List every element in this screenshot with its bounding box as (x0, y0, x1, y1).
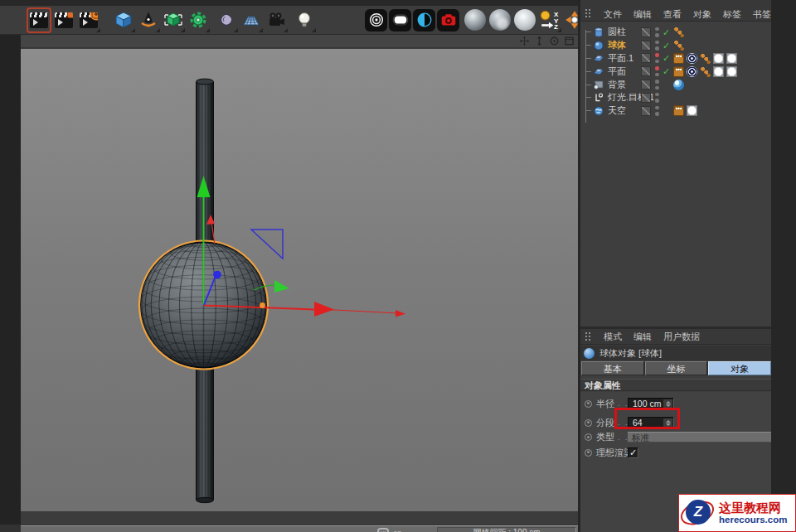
render-settings-icon[interactable] (76, 7, 101, 33)
texture-tag-icon[interactable] (726, 66, 737, 77)
svg-text:Z: Z (554, 23, 558, 31)
attribute-object-title: 球体对象 [球体] (580, 346, 771, 360)
layer-toggle[interactable] (641, 27, 651, 37)
target-light-icon (593, 92, 604, 104)
am-menu-mode[interactable]: 模式 (604, 331, 622, 343)
om-menu-file[interactable]: 文件 (604, 7, 622, 21)
key-circle-icon[interactable] (585, 449, 592, 457)
viewport-canvas[interactable]: UI ·cn 网格间距 : 100 cm (21, 49, 578, 511)
visibility-dots[interactable] (655, 66, 659, 76)
light-icon[interactable] (292, 7, 317, 33)
enable-check[interactable]: ✓ (663, 66, 670, 76)
visibility-dots[interactable] (655, 53, 659, 63)
coordinates-xyz-icon[interactable]: XYZ (537, 7, 562, 33)
sky-texture-tag-icon[interactable] (673, 80, 684, 90)
visibility-dots[interactable] (655, 27, 659, 37)
layer-toggle[interactable] (641, 66, 651, 76)
toggle-view-icon[interactable] (563, 36, 575, 46)
metaball-icon[interactable] (214, 7, 239, 33)
tab-object[interactable]: 对象 (708, 361, 771, 375)
target-tag-icon[interactable] (687, 53, 697, 64)
om-menu-edit[interactable]: 编辑 (633, 7, 652, 21)
axis-knob-orange[interactable] (260, 302, 265, 308)
visibility-dots[interactable] (655, 106, 659, 116)
key-circle-icon[interactable] (585, 433, 592, 441)
target-tag-icon[interactable] (687, 66, 697, 77)
object-row-target-light[interactable]: 灯光.目标.1 (580, 91, 771, 104)
grip-icon[interactable] (585, 8, 592, 19)
rotate-handle-green[interactable] (274, 280, 289, 293)
tab-coordinates[interactable]: 坐标 (645, 361, 708, 375)
layer-toggle[interactable] (641, 106, 651, 116)
om-menu-bookmarks[interactable]: 书签 (753, 7, 771, 21)
spline-pen-icon[interactable] (136, 7, 161, 33)
layer-toggle[interactable] (641, 93, 651, 103)
type-dropdown[interactable]: 标准 (628, 432, 774, 443)
grid-spacing-label: 网格间距 : 100 cm (437, 527, 576, 532)
pan-icon[interactable] (518, 36, 530, 46)
target-rings-icon[interactable] (365, 9, 387, 31)
compositing-tag-icon[interactable] (673, 66, 684, 77)
phong-tag-icon[interactable] (700, 53, 711, 64)
phong-tag-icon[interactable] (700, 66, 711, 77)
object-row-sphere[interactable]: 球体 ✓ (580, 39, 771, 52)
layer-toggle[interactable] (641, 80, 651, 89)
object-row-sky[interactable]: 天空 (580, 104, 771, 118)
rotate-icon[interactable] (548, 36, 560, 46)
3d-viewport[interactable]: UI ·cn 网格间距 : 100 cm (21, 35, 578, 525)
subdivision-surface-icon[interactable] (161, 7, 186, 33)
display-sphere-points-icon[interactable] (512, 7, 537, 33)
display-sphere-gouraud-icon[interactable] (463, 7, 488, 33)
object-row-background[interactable]: 背景 (580, 78, 771, 91)
key-circle-icon[interactable] (585, 419, 592, 427)
cinema4d-window: XYZ (0, 0, 796, 532)
render-perfect-checkbox[interactable]: ✓ (628, 447, 638, 458)
red-camera-icon[interactable] (437, 9, 459, 31)
phong-tag-icon[interactable] (673, 27, 684, 37)
display-sphere-reflect-icon[interactable] (488, 7, 512, 33)
am-menu-edit[interactable]: 编辑 (633, 331, 652, 343)
deformer-icon[interactable] (186, 7, 211, 33)
visibility-dots[interactable] (655, 93, 659, 103)
plane-handle-blue[interactable] (251, 230, 283, 259)
texture-tag-icon[interactable] (713, 53, 724, 64)
compositing-tag-icon[interactable] (673, 53, 684, 64)
om-menu-objects[interactable]: 对象 (693, 7, 711, 21)
om-menu-view[interactable]: 查看 (663, 7, 682, 21)
render-picture-viewer-icon[interactable] (51, 7, 76, 33)
axis-z-handle[interactable] (213, 271, 221, 279)
object-manager-menubar: 文件 编辑 查看 对象 标签 书签 (580, 0, 771, 22)
object-row-cylinder[interactable]: 圆柱 ✓ (580, 26, 771, 39)
half-circle-icon[interactable] (413, 9, 435, 31)
om-menu-tags[interactable]: 标签 (723, 7, 741, 21)
visibility-dots[interactable] (655, 80, 659, 89)
texture-tag-icon[interactable] (687, 105, 697, 116)
object-row-plane1[interactable]: 平面.1 ✓ (580, 52, 771, 65)
viewport-scene (21, 49, 578, 511)
camera-icon[interactable] (264, 7, 289, 33)
layer-toggle[interactable] (641, 53, 651, 63)
add-cube-icon[interactable] (111, 7, 136, 33)
key-circle-icon[interactable] (585, 400, 592, 408)
enable-check[interactable]: ✓ (663, 53, 670, 63)
object-row-plane[interactable]: 平面 ✓ (580, 65, 771, 78)
texture-tag-icon[interactable] (713, 66, 724, 77)
layer-toggle[interactable] (641, 41, 651, 51)
phong-tag-icon[interactable] (673, 40, 684, 51)
render-view-icon[interactable] (27, 7, 51, 33)
render-perfect-row: 理想渲染 ✓ (585, 446, 769, 459)
compositing-tag-icon[interactable] (673, 105, 684, 116)
visibility-dots[interactable] (655, 41, 659, 51)
grip-icon[interactable] (585, 331, 592, 342)
logo-letter: Z (686, 500, 711, 525)
enable-check[interactable]: ✓ (663, 27, 670, 37)
area-shape-icon[interactable] (389, 9, 411, 31)
enable-check[interactable]: ✓ (663, 41, 670, 51)
background-icon (593, 79, 604, 90)
am-menu-userdata[interactable]: 用户数据 (663, 331, 700, 343)
tab-basic[interactable]: 基本 (581, 361, 644, 375)
axis-x-arrowhead[interactable] (314, 302, 334, 317)
texture-tag-icon[interactable] (726, 53, 737, 64)
floor-environment-icon[interactable] (239, 7, 264, 33)
zoom-icon[interactable] (533, 36, 545, 46)
